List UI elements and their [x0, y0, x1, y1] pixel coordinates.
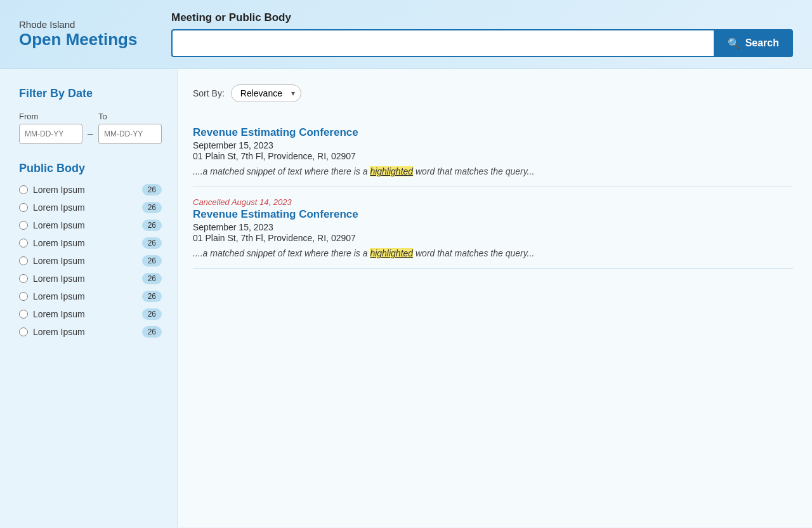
filter-item: Lorem Ipsum 26: [19, 220, 162, 231]
result-item: Revenue Estimating ConferenceSeptember 1…: [193, 116, 793, 187]
filter-radio-6[interactable]: [19, 292, 28, 301]
search-input[interactable]: [171, 29, 714, 57]
filter-item-label-4: Lorem Ipsum: [33, 256, 137, 266]
filter-item: Lorem Ipsum 26: [19, 326, 162, 338]
filter-badge-8: 26: [142, 326, 162, 338]
sort-select[interactable]: RelevanceDate: [231, 84, 301, 102]
sort-select-wrapper[interactable]: RelevanceDate: [231, 84, 301, 102]
cancelled-label: Cancelled August 14, 2023: [193, 197, 793, 207]
snippet-highlight-1: highlighted: [370, 248, 413, 258]
search-area: Meeting or Public Body 🔍 Search: [171, 11, 793, 57]
from-label: From: [19, 112, 82, 121]
result-address-1: 01 Plain St, 7th Fl, Providence, RI, 029…: [193, 233, 793, 243]
filter-item-label-7: Lorem Ipsum: [33, 309, 137, 319]
filter-radio-1[interactable]: [19, 203, 28, 212]
filter-item-label-1: Lorem Ipsum: [33, 202, 137, 213]
filter-item: Lorem Ipsum 26: [19, 202, 162, 213]
search-icon: 🔍: [728, 37, 740, 50]
filter-item: Lorem Ipsum 26: [19, 237, 162, 249]
filter-radio-5[interactable]: [19, 274, 28, 283]
to-label: To: [98, 112, 162, 121]
result-title-1[interactable]: Revenue Estimating Conference: [193, 208, 358, 220]
filter-radio-7[interactable]: [19, 310, 28, 319]
date-range: From – To: [19, 112, 162, 144]
filter-item: Lorem Ipsum 26: [19, 255, 162, 267]
main-layout: Filter By Date From – To Public Body Lor…: [0, 69, 812, 527]
filter-by-date-title: Filter By Date: [19, 87, 162, 100]
filter-badge-4: 26: [142, 255, 162, 267]
public-body-filter-list: Lorem Ipsum 26 Lorem Ipsum 26 Lorem Ipsu…: [19, 184, 162, 338]
date-separator: –: [88, 128, 93, 140]
filter-item-label-0: Lorem Ipsum: [33, 185, 137, 195]
filter-badge-1: 26: [142, 202, 162, 213]
filter-badge-5: 26: [142, 273, 162, 284]
filter-badge-0: 26: [142, 184, 162, 195]
filter-radio-0[interactable]: [19, 185, 28, 194]
result-snippet-0: ....a matched snippet of text where ther…: [193, 166, 793, 176]
results-content: Sort By: RelevanceDate Revenue Estimatin…: [178, 69, 812, 527]
search-label: Meeting or Public Body: [171, 11, 793, 24]
date-to-input[interactable]: [98, 124, 162, 144]
filter-badge-3: 26: [142, 237, 162, 249]
filter-item-label-6: Lorem Ipsum: [33, 291, 137, 301]
filter-item: Lorem Ipsum 26: [19, 308, 162, 320]
brand-title: Open Meetings: [19, 30, 146, 50]
filter-item-label-8: Lorem Ipsum: [33, 327, 137, 337]
snippet-highlight-0: highlighted: [370, 166, 413, 176]
result-date-1: September 15, 2023: [193, 222, 793, 232]
result-date-0: September 15, 2023: [193, 140, 793, 150]
filter-item-label-5: Lorem Ipsum: [33, 274, 137, 284]
sort-row: Sort By: RelevanceDate: [193, 84, 793, 102]
date-from-group: From: [19, 112, 82, 144]
filter-item-label-2: Lorem Ipsum: [33, 220, 137, 230]
result-address-0: 01 Plain St, 7th Fl, Providence, RI, 029…: [193, 151, 793, 161]
filter-radio-3[interactable]: [19, 239, 28, 248]
sort-label: Sort By:: [193, 88, 225, 98]
date-to-group: To: [98, 112, 162, 144]
filter-radio-8[interactable]: [19, 327, 28, 336]
sidebar: Filter By Date From – To Public Body Lor…: [0, 69, 178, 527]
brand: Rhode Island Open Meetings: [19, 19, 146, 50]
filter-item: Lorem Ipsum 26: [19, 291, 162, 302]
result-item: Cancelled August 14, 2023Revenue Estimat…: [193, 187, 793, 269]
filter-item: Lorem Ipsum 26: [19, 273, 162, 284]
search-button[interactable]: 🔍 Search: [714, 29, 793, 57]
results-list: Revenue Estimating ConferenceSeptember 1…: [193, 116, 793, 269]
result-title-0[interactable]: Revenue Estimating Conference: [193, 126, 358, 138]
filter-item: Lorem Ipsum 26: [19, 184, 162, 195]
filter-radio-4[interactable]: [19, 256, 28, 265]
filter-badge-2: 26: [142, 220, 162, 231]
header: Rhode Island Open Meetings Meeting or Pu…: [0, 0, 812, 69]
filter-radio-2[interactable]: [19, 221, 28, 230]
result-snippet-1: ....a matched snippet of text where ther…: [193, 248, 793, 258]
public-body-title: Public Body: [19, 162, 162, 175]
search-button-label: Search: [745, 37, 779, 49]
filter-item-label-3: Lorem Ipsum: [33, 238, 137, 248]
date-from-input[interactable]: [19, 124, 82, 144]
search-row: 🔍 Search: [171, 29, 793, 57]
filter-badge-6: 26: [142, 291, 162, 302]
filter-badge-7: 26: [142, 308, 162, 320]
brand-state: Rhode Island: [19, 19, 146, 30]
